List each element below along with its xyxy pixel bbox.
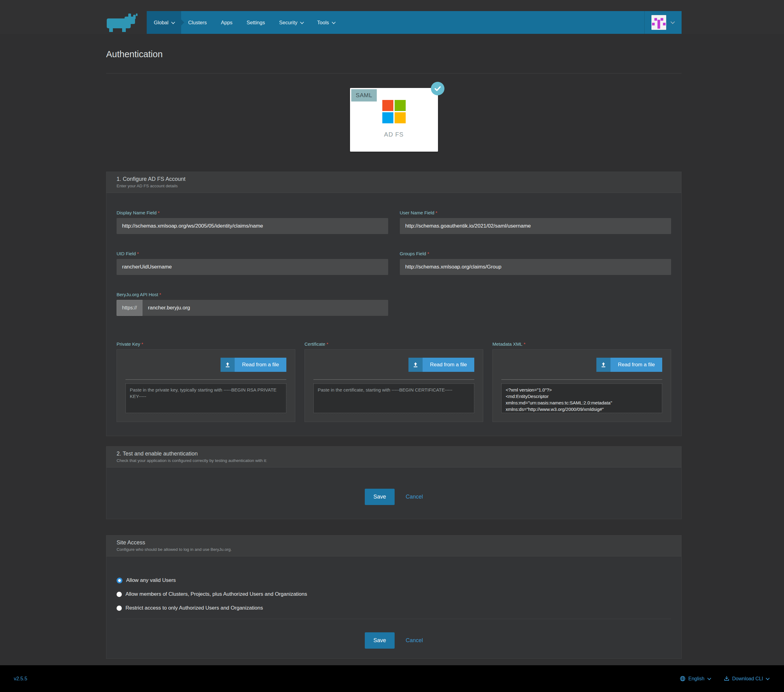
- https-prefix-addon: https://: [117, 300, 142, 316]
- rancher-app: Global Clusters Apps Settings Security: [0, 0, 784, 692]
- download-cli-menu[interactable]: Download CLI: [724, 676, 769, 682]
- required-asterisk: *: [435, 210, 437, 215]
- chevron-down-icon: [171, 20, 175, 24]
- cancel-link[interactable]: Cancel: [406, 637, 423, 644]
- field-label: Metadata XML: [492, 341, 522, 347]
- required-asterisk: *: [159, 292, 161, 297]
- site-access-title: Site Access: [117, 539, 671, 546]
- metadata-xml-panel: Read from a file <?xml version="1.0"?> <…: [492, 349, 671, 422]
- api-host-input[interactable]: [142, 300, 388, 316]
- uid-input[interactable]: [117, 259, 388, 275]
- download-cli-label: Download CLI: [732, 676, 763, 682]
- private-key-block: Private Key* Read from a file: [117, 341, 295, 422]
- read-file-label: Read from a file: [423, 358, 474, 372]
- nav-item-label: Security: [279, 20, 297, 26]
- page-title: Authentication: [106, 49, 682, 74]
- chevron-down-icon: [707, 676, 711, 680]
- nav-item-tools[interactable]: Tools: [310, 11, 342, 34]
- private-key-panel: Read from a file: [117, 349, 295, 422]
- required-asterisk: *: [327, 341, 328, 347]
- save-button[interactable]: Save: [365, 489, 395, 505]
- field-label: BeryJu.org API Host: [117, 292, 158, 297]
- nav-item-settings[interactable]: Settings: [240, 11, 272, 34]
- read-file-label: Read from a file: [611, 358, 662, 372]
- user-name-input[interactable]: [400, 218, 672, 234]
- upload-icon: [408, 358, 423, 372]
- provider-card-row: SAML AD FS: [106, 88, 682, 152]
- nav-item-clusters[interactable]: Clusters: [181, 11, 214, 34]
- download-icon: [724, 676, 730, 682]
- radio-button-icon: [117, 592, 122, 597]
- radio-allow-members-clusters-projects[interactable]: Allow members of Clusters, Projects, plu…: [117, 591, 671, 597]
- chevron-down-icon: [766, 676, 770, 680]
- section1-title: 1. Configure AD FS Account: [117, 176, 671, 182]
- version-link[interactable]: v2.5.5: [14, 676, 27, 682]
- required-asterisk: *: [137, 251, 139, 256]
- field-label: Groups Field: [400, 251, 426, 256]
- display-name-input[interactable]: [117, 218, 388, 234]
- radio-label: Restrict access to only Authorized Users…: [125, 605, 263, 611]
- divider: [501, 379, 662, 380]
- section-configure-account: 1. Configure AD FS Account Enter your AD…: [106, 171, 682, 436]
- field-label: Private Key: [117, 341, 140, 347]
- field-display-name: Display Name Field*: [117, 210, 388, 234]
- certificate-textarea[interactable]: [313, 384, 474, 413]
- nav-item-security[interactable]: Security: [272, 11, 310, 34]
- footer: v2.5.5 English Download CLI: [0, 665, 784, 692]
- section2-subtitle: Check that your application is configure…: [117, 458, 671, 463]
- required-asterisk: *: [427, 251, 429, 256]
- provider-card-adfs[interactable]: SAML AD FS: [350, 88, 438, 152]
- cancel-link[interactable]: Cancel: [406, 494, 423, 500]
- microsoft-logo-icon: [382, 100, 406, 124]
- field-label: Certificate: [305, 341, 325, 347]
- metadata-xml-textarea[interactable]: <?xml version="1.0"?> <md:EntityDescript…: [501, 384, 662, 413]
- field-api-host: BeryJu.org API Host* https://: [117, 292, 388, 316]
- section2-body: Save Cancel: [106, 468, 681, 519]
- metadata-read-file-button[interactable]: Read from a file: [596, 358, 662, 372]
- rancher-logo[interactable]: [106, 13, 142, 33]
- saml-badge: SAML: [351, 89, 377, 102]
- groups-input[interactable]: [400, 259, 672, 275]
- upload-icon: [596, 358, 611, 372]
- radio-allow-any-valid-users[interactable]: Allow any valid Users: [117, 577, 671, 583]
- nav-item-global[interactable]: Global: [147, 11, 181, 34]
- header: Global Clusters Apps Settings Security: [0, 0, 784, 34]
- field-label: UID Field: [117, 251, 136, 256]
- divider: [313, 379, 474, 380]
- language-selector[interactable]: English: [680, 676, 710, 682]
- field-label: User Name Field: [400, 210, 435, 215]
- metadata-xml-block: Metadata XML* Read from a file: [492, 341, 671, 422]
- private-key-read-file-button[interactable]: Read from a file: [221, 358, 287, 372]
- save-button[interactable]: Save: [365, 632, 395, 649]
- required-asterisk: *: [158, 210, 160, 215]
- nav-item-label: Settings: [247, 20, 265, 26]
- field-label: Display Name Field: [117, 210, 156, 215]
- required-asterisk: *: [524, 341, 525, 347]
- user-menu[interactable]: [644, 11, 682, 34]
- required-asterisk: *: [142, 341, 143, 347]
- section1-subtitle: Enter your AD FS account details: [117, 184, 671, 188]
- radio-restrict-authorized-only[interactable]: Restrict access to only Authorized Users…: [117, 605, 671, 611]
- certificate-read-file-button[interactable]: Read from a file: [408, 358, 474, 372]
- radio-button-icon: [117, 606, 122, 611]
- certificate-block: Certificate* Read from a file: [305, 341, 483, 422]
- private-key-textarea[interactable]: [125, 384, 287, 413]
- field-uid: UID Field*: [117, 251, 388, 275]
- radio-label: Allow any valid Users: [126, 577, 176, 583]
- nav-item-apps[interactable]: Apps: [214, 11, 240, 34]
- site-access-actions: Save Cancel: [117, 619, 671, 649]
- section1-header: 1. Configure AD FS Account Enter your AD…: [106, 172, 681, 193]
- chevron-down-icon: [331, 20, 336, 24]
- nav-item-label: Apps: [221, 20, 232, 26]
- section-site-access: Site Access Configure who should be allo…: [106, 535, 682, 659]
- radio-button-icon: [117, 578, 122, 583]
- main-content: Authentication SAML AD FS 1. Configure A…: [0, 49, 784, 659]
- chevron-down-icon: [670, 20, 675, 24]
- section2-title: 2. Test and enable authentication: [117, 451, 671, 457]
- radio-label: Allow members of Clusters, Projects, plu…: [125, 591, 307, 597]
- active-nav-notch: [181, 20, 184, 26]
- divider: [125, 379, 287, 380]
- certificate-panel: Read from a file: [305, 349, 483, 422]
- nav-item-label: Clusters: [188, 20, 207, 26]
- field-user-name: User Name Field*: [400, 210, 672, 234]
